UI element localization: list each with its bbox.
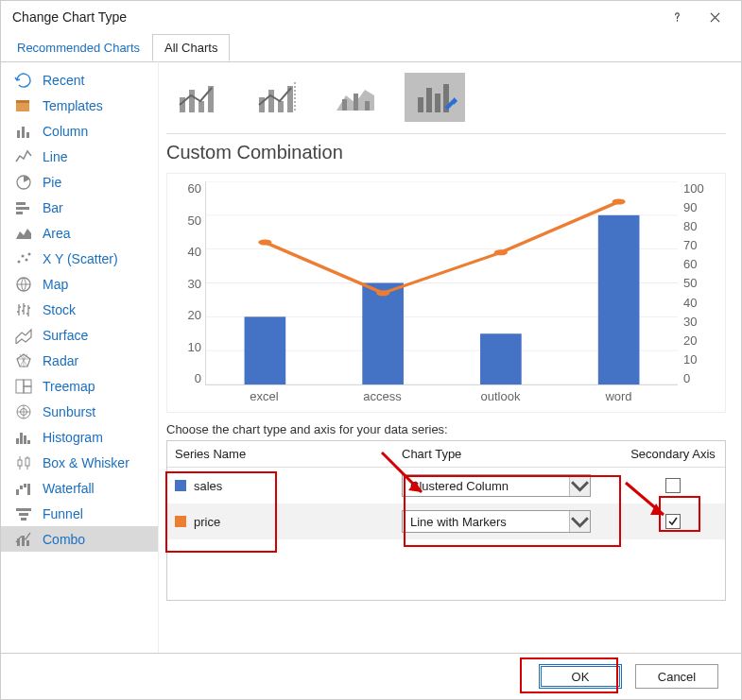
- sidebar-item-surface[interactable]: Surface: [1, 322, 158, 348]
- map-icon: [14, 276, 33, 293]
- sidebar-item-label: Bar: [43, 200, 63, 215]
- svg-rect-1: [16, 100, 29, 103]
- sidebar-item-label: Templates: [43, 98, 103, 113]
- svg-rect-30: [19, 513, 28, 516]
- svg-point-12: [28, 252, 31, 255]
- svg-rect-24: [26, 458, 29, 466]
- sidebar-item-label: Funnel: [43, 506, 83, 521]
- chart-type-value: Line with Markers: [410, 515, 507, 529]
- sidebar-item-templates[interactable]: Templates: [1, 93, 158, 118]
- svg-rect-16: [24, 386, 31, 393]
- svg-rect-26: [20, 486, 23, 489]
- svg-rect-8: [16, 212, 23, 214]
- sidebar-item-funnel[interactable]: Funnel: [1, 501, 158, 526]
- series-row-price: price Line with Markers: [167, 504, 725, 539]
- dialog-title: Change Chart Type: [12, 9, 658, 25]
- svg-rect-58: [362, 283, 404, 385]
- sidebar-item-label: X Y (Scatter): [43, 251, 118, 266]
- svg-rect-43: [342, 99, 347, 111]
- dialog-body: Recent Templates Column Line Pie Bar: [1, 61, 741, 654]
- svg-rect-21: [24, 435, 26, 444]
- chart-preview: 0102030405060 0102030405060708090100 exc…: [166, 173, 726, 413]
- y-axis-left: 0102030405060: [181, 181, 201, 385]
- tab-all-charts[interactable]: All Charts: [152, 34, 230, 61]
- chevron-down-icon: [569, 475, 590, 496]
- sidebar-item-combo[interactable]: Combo: [1, 526, 158, 552]
- svg-rect-7: [16, 207, 29, 210]
- svg-rect-2: [17, 130, 20, 138]
- svg-rect-3: [22, 127, 25, 138]
- sidebar-item-treemap[interactable]: Treemap: [1, 373, 158, 399]
- chevron-down-icon: [569, 511, 590, 532]
- sidebar-item-map[interactable]: Map: [1, 271, 158, 297]
- close-button[interactable]: [696, 4, 733, 30]
- templates-icon: [14, 97, 33, 114]
- series-row-sales: sales Clustered Column: [167, 468, 725, 504]
- svg-rect-40: [268, 90, 274, 112]
- section-title: Custom Combination: [166, 142, 726, 163]
- sidebar-item-pie[interactable]: Pie: [1, 169, 158, 195]
- sidebar-item-boxwhisker[interactable]: Box & Whisker: [1, 450, 158, 475]
- subtype-clustered-column-line-secondary[interactable]: [246, 73, 306, 122]
- sidebar-item-stock[interactable]: Stock: [1, 297, 158, 322]
- sidebar-item-label: Stock: [43, 302, 76, 317]
- sidebar-item-line[interactable]: Line: [1, 144, 158, 169]
- sidebar-item-recent[interactable]: Recent: [1, 67, 158, 93]
- sidebar-item-waterfall[interactable]: Waterfall: [1, 475, 158, 501]
- surface-icon: [14, 327, 33, 344]
- choose-series-label: Choose the chart type and axis for your …: [166, 422, 726, 436]
- svg-rect-23: [18, 460, 22, 466]
- svg-rect-20: [20, 433, 23, 444]
- x-axis-labels: excelaccessoutlookword: [205, 389, 678, 408]
- chart-category-sidebar: Recent Templates Column Line Pie Bar: [1, 61, 158, 653]
- sidebar-item-scatter[interactable]: X Y (Scatter): [1, 246, 158, 271]
- series-table-header: Series Name Chart Type Secondary Axis: [167, 441, 725, 468]
- subtype-custom-combination[interactable]: [405, 73, 465, 122]
- sidebar-item-area[interactable]: Area: [1, 220, 158, 246]
- sidebar-item-label: Waterfall: [43, 481, 95, 496]
- sidebar-item-histogram[interactable]: Histogram: [1, 424, 158, 450]
- svg-rect-57: [245, 316, 286, 384]
- line-icon: [14, 148, 33, 165]
- cancel-button[interactable]: Cancel: [635, 664, 718, 689]
- sidebar-item-radar[interactable]: Radar: [1, 348, 158, 373]
- boxwhisker-icon: [14, 454, 33, 471]
- svg-rect-22: [27, 440, 30, 444]
- subtype-stacked-area-column[interactable]: [325, 73, 386, 122]
- area-icon: [14, 225, 33, 242]
- subtype-icon: [174, 78, 219, 116]
- sidebar-item-column[interactable]: Column: [1, 118, 158, 144]
- subtype-clustered-column-line[interactable]: [166, 73, 227, 122]
- sidebar-item-label: Box & Whisker: [43, 455, 129, 470]
- ok-button[interactable]: OK: [539, 664, 622, 689]
- secondary-axis-checkbox-price[interactable]: [665, 514, 681, 529]
- series-swatch: [175, 480, 186, 491]
- sidebar-item-label: Area: [43, 226, 71, 241]
- svg-rect-34: [26, 540, 29, 546]
- help-button[interactable]: [658, 4, 696, 30]
- sidebar-item-label: Histogram: [43, 430, 103, 445]
- svg-rect-28: [27, 484, 30, 495]
- svg-rect-37: [198, 101, 204, 112]
- help-icon: [672, 12, 682, 23]
- header-series-name: Series Name: [167, 441, 394, 467]
- svg-point-11: [26, 258, 28, 261]
- series-table-body: sales Clustered Column: [167, 468, 725, 600]
- svg-rect-14: [16, 380, 24, 393]
- main-panel: Custom Combination 0102030405060 0102030…: [158, 61, 741, 653]
- sidebar-item-label: Recent: [43, 73, 84, 88]
- funnel-icon: [14, 505, 33, 522]
- scatter-icon: [14, 250, 33, 267]
- sidebar-item-label: Sunburst: [43, 404, 95, 419]
- chart-type-select-sales[interactable]: Clustered Column: [402, 474, 591, 497]
- subtype-icon: [412, 78, 457, 116]
- sidebar-item-bar[interactable]: Bar: [1, 195, 158, 220]
- chart-type-select-price[interactable]: Line with Markers: [402, 510, 591, 533]
- series-table: Series Name Chart Type Secondary Axis sa…: [166, 440, 726, 601]
- secondary-axis-checkbox-sales[interactable]: [665, 478, 681, 493]
- sunburst-icon: [14, 403, 33, 420]
- sidebar-item-sunburst[interactable]: Sunburst: [1, 399, 158, 424]
- sidebar-item-label: Radar: [43, 353, 78, 368]
- tab-recommended[interactable]: Recommended Charts: [5, 34, 152, 61]
- column-icon: [14, 123, 33, 140]
